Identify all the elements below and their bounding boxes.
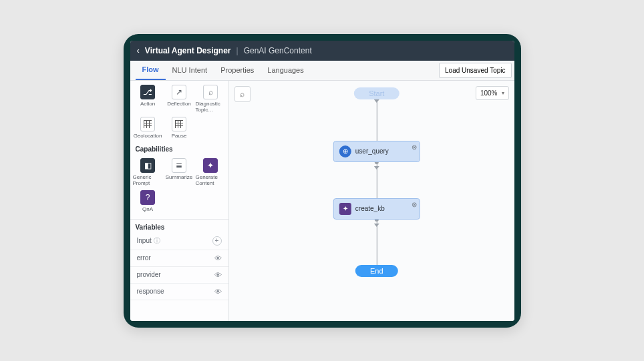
flow-node-user-query[interactable]: ⊕ user_query ⊗ xyxy=(333,141,420,162)
zoom-select[interactable]: 100% ▾ xyxy=(476,86,509,100)
visibility-icon[interactable]: 👁 xyxy=(214,271,222,279)
editor-body: ⎇ Action ↗ Deflection ⌕ Diagnostic Topic… xyxy=(130,81,514,321)
flow-connector xyxy=(376,99,377,141)
zoom-value: 100% xyxy=(480,89,498,97)
palette-label: Summarize xyxy=(166,174,192,180)
breadcrumb-current: GenAI GenContent xyxy=(244,46,312,55)
palette-controls-row1: ⎇ Action ↗ Deflection ⌕ Diagnostic Topic… xyxy=(130,81,228,115)
device-frame: ‹ Virtual Agent Designer | GenAI GenCont… xyxy=(124,34,521,328)
user-query-icon: ⊕ xyxy=(339,145,351,157)
palette-label: Diagnostic Topic… xyxy=(196,101,226,113)
variables-input-row[interactable]: Input ⓘ + xyxy=(130,232,228,250)
flow-connector xyxy=(376,224,377,265)
palette-generate-content[interactable]: ✦ Generate Content xyxy=(196,157,226,188)
variable-provider[interactable]: provider 👁 xyxy=(130,267,228,284)
search-icon: ⌕ xyxy=(240,89,245,99)
palette-label: QnA xyxy=(142,206,153,212)
palette-label: Deflection xyxy=(167,101,191,107)
variable-name: response xyxy=(137,288,164,295)
palette-label: Generic Prompt xyxy=(133,174,163,186)
palette-controls-row2: Geolocation Pause xyxy=(130,115,228,141)
flow-graph: Start ⊕ user_query ⊗ ✦ create_kb ⊗ xyxy=(333,87,420,277)
palette-summarize[interactable]: ≣ Summarize xyxy=(164,157,194,188)
node-label: user_query xyxy=(355,147,389,155)
add-variable-button[interactable]: + xyxy=(212,236,222,246)
qna-icon: ? xyxy=(140,190,155,205)
flow-connector xyxy=(376,166,377,198)
tab-languages[interactable]: Languages xyxy=(261,61,310,80)
visibility-icon[interactable]: 👁 xyxy=(214,254,222,262)
variables-input-label: Input xyxy=(137,237,152,244)
variable-error[interactable]: error 👁 xyxy=(130,250,228,267)
flow-node-create-kb[interactable]: ✦ create_kb ⊗ xyxy=(333,198,420,220)
generate-content-icon: ✦ xyxy=(203,158,218,173)
diagnostic-icon: ⌕ xyxy=(203,85,218,99)
palette-diagnostic-topic[interactable]: ⌕ Diagnostic Topic… xyxy=(196,83,226,114)
tab-bar: Flow NLU Intent Properties Languages Loa… xyxy=(130,61,514,81)
palette-label: Action xyxy=(140,101,155,107)
node-close-icon[interactable]: ⊗ xyxy=(412,201,417,208)
visibility-icon[interactable]: 👁 xyxy=(214,288,222,296)
deflection-icon: ↗ xyxy=(172,85,186,99)
titlebar: ‹ Virtual Agent Designer | GenAI GenCont… xyxy=(130,41,514,61)
action-icon: ⎇ xyxy=(140,85,155,99)
create-kb-icon: ✦ xyxy=(339,203,351,215)
variable-name: provider xyxy=(137,271,161,278)
palette-geolocation[interactable]: Geolocation xyxy=(133,115,163,140)
node-label: create_kb xyxy=(355,205,385,212)
node-close-icon[interactable]: ⊗ xyxy=(412,143,417,151)
canvas-toolbar: ⌕ xyxy=(234,86,251,102)
back-chevron-icon[interactable]: ‹ xyxy=(137,45,140,55)
palette-generic-prompt[interactable]: ◧ Generic Prompt xyxy=(133,157,163,188)
capabilities-heading: Capabilities xyxy=(130,141,228,154)
variable-name: error xyxy=(137,254,151,262)
load-unsaved-topic-button[interactable]: Load Unsaved Topic xyxy=(439,63,511,78)
variables-heading: Variables xyxy=(130,219,228,232)
variable-response[interactable]: response 👁 xyxy=(130,284,228,300)
palette-qna[interactable]: ? QnA xyxy=(133,189,163,214)
app-screen: ‹ Virtual Agent Designer | GenAI GenCont… xyxy=(130,41,514,321)
palette-label: Geolocation xyxy=(134,133,162,139)
summarize-icon: ≣ xyxy=(172,158,186,173)
flow-start-node[interactable]: Start xyxy=(354,87,399,99)
palette-label: Pause xyxy=(172,133,187,139)
palette-deflection[interactable]: ↗ Deflection xyxy=(164,83,194,114)
tab-flow[interactable]: Flow xyxy=(136,61,166,80)
palette-capabilities: ◧ Generic Prompt ≣ Summarize ✦ Generate … xyxy=(130,154,228,215)
tab-properties[interactable]: Properties xyxy=(214,61,261,80)
tab-nlu-intent[interactable]: NLU Intent xyxy=(166,61,214,80)
breadcrumb-separator: | xyxy=(236,46,238,55)
info-icon: ⓘ xyxy=(154,237,160,244)
breadcrumb-root[interactable]: Virtual Agent Designer xyxy=(145,46,231,55)
search-button[interactable]: ⌕ xyxy=(234,86,251,102)
flow-end-node[interactable]: End xyxy=(355,265,398,277)
generic-prompt-icon: ◧ xyxy=(140,158,155,173)
palette-label: Generate Content xyxy=(196,174,226,186)
palette-action[interactable]: ⎇ Action xyxy=(133,83,163,114)
sidebar: ⎇ Action ↗ Deflection ⌕ Diagnostic Topic… xyxy=(130,81,229,321)
geolocation-icon xyxy=(140,117,155,131)
chevron-down-icon: ▾ xyxy=(502,90,504,96)
flow-canvas[interactable]: ⌕ 100% ▾ Start ⊕ user_query ⊗ xyxy=(229,81,514,321)
palette-pause[interactable]: Pause xyxy=(164,115,194,140)
pause-icon xyxy=(172,117,186,131)
